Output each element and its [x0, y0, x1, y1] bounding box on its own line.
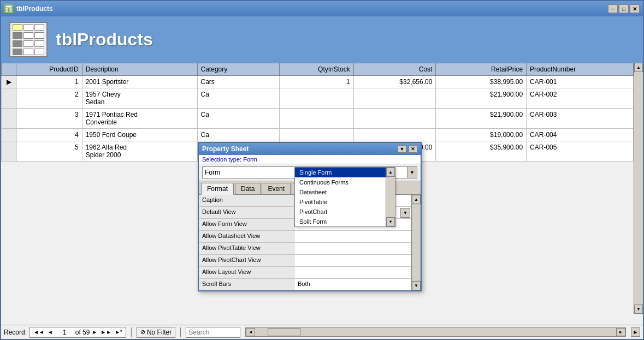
hscroll-left-button[interactable]: ◄ — [246, 328, 255, 336]
dropdown-scroll-up[interactable]: ▲ — [386, 168, 395, 177]
cell-productid[interactable]: 4 — [16, 129, 82, 141]
ps-close-button[interactable]: ✕ — [409, 145, 417, 153]
col-header-cost[interactable]: Cost — [353, 63, 436, 76]
scroll-up-button[interactable]: ▲ — [634, 63, 643, 72]
ps-scroll-up-button[interactable]: ▲ — [412, 195, 421, 204]
col-header-qtyinstock[interactable]: QtyInStock — [280, 63, 354, 76]
cell-number[interactable]: CAR-005 — [527, 141, 634, 162]
close-button[interactable]: ✕ — [630, 4, 640, 13]
cell-description[interactable]: 1971 Pontiac RedConverible — [82, 109, 197, 129]
hscroll-right-button[interactable]: ► — [616, 328, 625, 336]
scroll-down-button[interactable]: ▼ — [634, 305, 643, 314]
hscroll-thumb[interactable] — [268, 328, 300, 336]
cell-category[interactable]: Ca — [197, 109, 280, 129]
ps-scroll-thumb[interactable] — [412, 204, 421, 281]
last-record-button[interactable]: ►► — [99, 329, 113, 335]
cell-number[interactable]: CAR-002 — [527, 88, 634, 109]
ps-prop-row[interactable]: Allow Layout View — [199, 267, 411, 279]
cell-number[interactable]: CAR-004 — [527, 129, 634, 141]
row-indicator — [2, 129, 16, 141]
cell-number[interactable]: CAR-003 — [527, 109, 634, 129]
cell-description[interactable]: 2001 Sportster — [82, 76, 197, 88]
content-area: ▲ ▼ ProductID Description Category QtyIn… — [1, 63, 643, 325]
ps-dropdown-list[interactable]: Single FormContinuous FormsDatasheetPivo… — [294, 167, 395, 227]
col-header-productid[interactable]: ProductID — [16, 63, 82, 76]
ps-dropdown-item[interactable]: PivotTable — [295, 197, 386, 207]
svg-rect-0 — [5, 5, 12, 8]
record-nav[interactable]: ◄◄ ◄ of 59 ► ►► ►* — [29, 327, 126, 338]
ps-prop-row[interactable]: Allow PivotTable View — [199, 243, 411, 255]
cell-category[interactable]: Ca — [197, 129, 280, 141]
ps-scrollbar[interactable]: ▲ ▼ — [411, 195, 421, 290]
cell-category[interactable]: Cars — [197, 76, 280, 88]
horizontal-scrollbar[interactable]: ◄ ► — [245, 327, 626, 337]
cell-qty[interactable]: 1 — [280, 76, 354, 88]
table-row[interactable]: 3 1971 Pontiac RedConverible Ca $21,900.… — [2, 109, 634, 129]
cell-productid[interactable]: 5 — [16, 141, 82, 162]
scroll-thumb[interactable] — [634, 72, 643, 305]
cell-qty[interactable] — [280, 109, 354, 129]
cell-cost[interactable] — [353, 129, 436, 141]
cell-cost[interactable]: $32,656.00 — [353, 76, 436, 88]
ps-tab-data[interactable]: Data — [235, 183, 261, 194]
ps-prop-row[interactable]: Scroll Bars Both — [199, 279, 411, 290]
cell-cost[interactable] — [353, 88, 436, 109]
cell-productid[interactable]: 2 — [16, 88, 82, 109]
cell-description[interactable]: 1950 Ford Coupe — [82, 129, 197, 141]
col-header-productnumber[interactable]: ProductNumber — [527, 63, 634, 76]
record-number-input[interactable] — [55, 329, 74, 336]
ps-dropdown-item[interactable]: Datasheet — [295, 187, 386, 197]
ps-prop-value-7[interactable]: Both — [294, 279, 411, 290]
ps-dropdown-item[interactable]: Single Form — [295, 168, 386, 177]
ps-dropdown-item[interactable]: PivotChart — [295, 207, 386, 217]
cell-retail[interactable]: $38,995.00 — [436, 76, 527, 88]
col-header-category[interactable]: Category — [197, 63, 280, 76]
minimize-button[interactable]: ─ — [608, 4, 618, 13]
new-record-button[interactable]: ►* — [114, 329, 123, 335]
ps-tab-event[interactable]: Event — [262, 183, 291, 194]
ps-prop-value-3[interactable] — [294, 231, 411, 242]
dropdown-scroll-down[interactable]: ▼ — [386, 217, 395, 226]
search-input[interactable] — [186, 327, 240, 338]
prev-record-button[interactable]: ◄ — [46, 329, 54, 335]
cell-cost[interactable] — [353, 109, 436, 129]
ps-tab-format[interactable]: Format — [201, 183, 234, 195]
ps-dropdown-item[interactable]: Split Form — [295, 217, 386, 226]
ps-prop-row[interactable]: Allow PivotChart View — [199, 255, 411, 267]
col-header-description[interactable]: Description — [82, 63, 197, 76]
vertical-scrollbar[interactable]: ▲ ▼ — [634, 63, 643, 314]
restore-button[interactable]: □ — [619, 4, 629, 13]
ps-prop-row[interactable]: Allow Datasheet View — [199, 231, 411, 243]
ps-dropdown-item[interactable]: Continuous Forms — [295, 177, 386, 187]
record-label: Record: — [4, 329, 27, 336]
no-filter-button[interactable]: ⊘ No Filter — [137, 327, 175, 338]
cell-qty[interactable] — [280, 129, 354, 141]
cell-number[interactable]: CAR-001 — [527, 76, 634, 88]
cell-qty[interactable] — [280, 88, 354, 109]
table-row[interactable]: 4 1950 Ford Coupe Ca $19,000.00 CAR-004 — [2, 129, 634, 141]
hscroll-right-end-button[interactable]: ► — [631, 327, 640, 337]
ps-pin-button[interactable]: ▼ — [398, 145, 406, 153]
first-record-button[interactable]: ◄◄ — [32, 329, 45, 335]
cell-retail[interactable]: $35,900.00 — [436, 141, 527, 162]
ps-default-view-dropdown-arrow[interactable]: ▼ — [400, 208, 410, 218]
ps-prop-value-5[interactable] — [294, 255, 411, 266]
table-row[interactable]: 2 1957 ChevySedan Ca $21,900.00 CAR-002 — [2, 88, 634, 109]
dropdown-scroll-thumb[interactable] — [386, 177, 395, 217]
cell-retail[interactable]: $19,000.00 — [436, 129, 527, 141]
next-record-button[interactable]: ► — [91, 329, 98, 335]
ps-prop-value-6[interactable] — [294, 267, 411, 278]
cell-description[interactable]: 1962 Alfa RedSpider 2000 — [82, 141, 197, 162]
ps-scroll-down-button[interactable]: ▼ — [412, 281, 421, 290]
cell-description[interactable]: 1957 ChevySedan — [82, 88, 197, 109]
svg-rect-1 — [5, 8, 8, 10]
cell-category[interactable]: Ca — [197, 88, 280, 109]
cell-retail[interactable]: $21,900.00 — [436, 88, 527, 109]
cell-retail[interactable]: $21,900.00 — [436, 109, 527, 129]
ps-prop-value-4[interactable] — [294, 243, 411, 254]
cell-productid[interactable]: 3 — [16, 109, 82, 129]
ps-dropdown-scrollbar[interactable]: ▲ ▼ — [386, 168, 395, 226]
col-header-retailprice[interactable]: RetailPrice — [436, 63, 527, 76]
cell-productid[interactable]: 1 — [16, 76, 82, 88]
table-row[interactable]: ▶ 1 2001 Sportster Cars 1 $32,656.00 $38… — [2, 76, 634, 88]
